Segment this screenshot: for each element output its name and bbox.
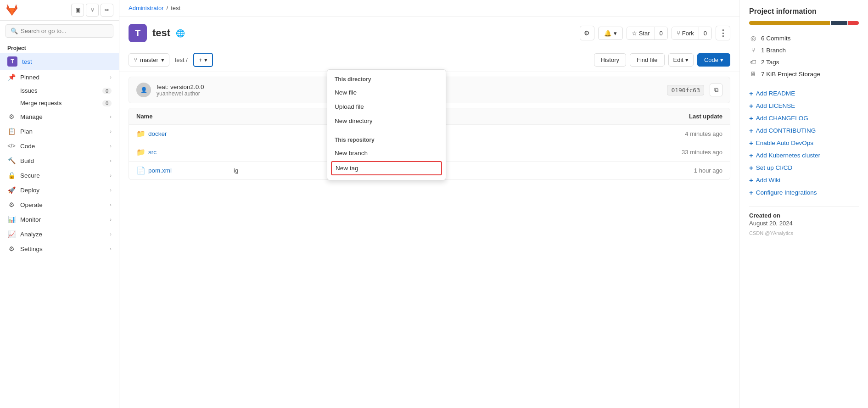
- breadcrumb-separator: /: [167, 5, 168, 11]
- sidebar-item-merge-requests[interactable]: Merge requests 0: [0, 97, 119, 109]
- breadcrumb-current: test: [171, 5, 180, 11]
- fork-icon: ⑂: [677, 30, 680, 37]
- add-changelog-label: Add CHANGELOG: [756, 115, 808, 122]
- add-kubernetes-link[interactable]: + Add Kubernetes cluster: [749, 149, 859, 162]
- breadcrumb: Administrator / test: [119, 0, 739, 17]
- more-options-btn[interactable]: ⋮: [716, 26, 730, 40]
- add-changelog-link[interactable]: + Add CHANGELOG: [749, 112, 859, 124]
- gitlab-logo-icon: [6, 4, 18, 17]
- chevron-right-icon: ›: [110, 173, 112, 178]
- sidebar-operate-label: Operate: [20, 201, 43, 208]
- search-placeholder: Search or go to...: [21, 28, 67, 34]
- history-btn[interactable]: History: [594, 53, 626, 67]
- sidebar-item-pinned[interactable]: 📌 Pinned ›: [0, 70, 119, 84]
- plus-icon: +: [749, 164, 753, 172]
- sidebar-item-issues[interactable]: Issues 0: [0, 84, 119, 97]
- edit-btn[interactable]: Edit ▾: [668, 53, 694, 67]
- add-contributing-link[interactable]: + Add CONTRIBUTING: [749, 124, 859, 137]
- add-wiki-link[interactable]: + Add Wiki: [749, 174, 859, 186]
- search-box[interactable]: 🔍 Search or go to...: [6, 24, 113, 38]
- plus-icon: +: [199, 56, 202, 63]
- chevron-right-icon: ›: [110, 143, 112, 149]
- created-info: Created on August 20, 2024 CSDN @YAnalyt…: [749, 206, 859, 236]
- fork-btn[interactable]: ⑂ Fork: [672, 27, 699, 39]
- merge-requests-label: Merge requests: [20, 100, 62, 106]
- language-bar: [749, 21, 859, 25]
- dropdown-new-directory[interactable]: New directory: [327, 114, 446, 128]
- plus-icon: +: [749, 151, 753, 159]
- sidebar-item-test[interactable]: T test: [0, 53, 119, 70]
- created-label: Created on: [749, 212, 859, 219]
- setup-cicd-link[interactable]: + Set up CI/CD: [749, 162, 859, 174]
- chevron-right-icon: ›: [110, 231, 112, 237]
- chevron-right-icon: ›: [110, 187, 112, 193]
- merge-request-icon-btn[interactable]: ⑂: [86, 4, 99, 17]
- add-license-link[interactable]: + Add LICENSE: [749, 100, 859, 112]
- sidebar-item-operate[interactable]: ⚙ Operate ›: [0, 197, 119, 212]
- deploy-icon: 🚀: [7, 186, 16, 194]
- sidebar-build-label: Build: [20, 157, 34, 164]
- sidebar-item-deploy[interactable]: 🚀 Deploy ›: [0, 183, 119, 197]
- code-btn[interactable]: Code ▾: [697, 53, 730, 67]
- sidebar-pinned-label: Pinned: [20, 74, 39, 81]
- dropdown-new-tag[interactable]: New tag: [331, 161, 442, 175]
- code-label: Code: [704, 56, 718, 63]
- plus-icon: +: [749, 127, 753, 134]
- chevron-right-icon: ›: [110, 158, 112, 163]
- sidebar-secure-label: Secure: [20, 172, 40, 179]
- sidebar: ▣ ⑂ ✏ 🔍 Search or go to... Project T tes…: [0, 0, 119, 408]
- chevron-right-icon: ›: [110, 129, 112, 134]
- sidebar-toggle-btn[interactable]: ▣: [71, 4, 84, 17]
- add-readme-link[interactable]: + Add README: [749, 87, 859, 100]
- add-new-btn[interactable]: + ▾: [193, 53, 213, 67]
- sidebar-icon-group: ▣ ⑂ ✏: [71, 4, 113, 17]
- enable-auto-devops-link[interactable]: + Enable Auto DevOps: [749, 137, 859, 149]
- commits-icon: ◎: [749, 34, 757, 42]
- file-name-pom-xml[interactable]: 📄 pom.xml: [136, 166, 228, 175]
- file-name-src[interactable]: 📁 src: [136, 148, 228, 156]
- sidebar-item-build[interactable]: 🔨 Build ›: [0, 153, 119, 168]
- sidebar-item-manage[interactable]: ⚙ Manage ›: [0, 109, 119, 124]
- stat-branches: ⑂ 1 Branch: [749, 44, 859, 56]
- main-content: Administrator / test T test 🌐 ⚙ 🔔 ▾ ☆ St…: [119, 0, 739, 408]
- add-kubernetes-label: Add Kubernetes cluster: [756, 152, 820, 159]
- branch-name: master: [140, 56, 158, 63]
- star-icon: ☆: [632, 30, 637, 37]
- commit-hash[interactable]: 0190fc63: [667, 85, 704, 95]
- folder-icon: 📁: [136, 148, 146, 156]
- file-time-src: 33 minutes ago: [682, 149, 722, 156]
- settings-gear-btn[interactable]: ⚙: [580, 26, 594, 40]
- sidebar-settings-label: Settings: [20, 246, 43, 252]
- add-new-dropdown: This directory New file Upload file New …: [327, 69, 446, 180]
- code-chevron-icon: ▾: [720, 56, 723, 63]
- xml-file-icon: 📄: [136, 166, 146, 175]
- sidebar-item-analyze[interactable]: 📈 Analyze ›: [0, 227, 119, 241]
- dropdown-new-file[interactable]: New file: [327, 85, 446, 100]
- setup-cicd-label: Set up CI/CD: [756, 164, 793, 171]
- stat-commits-text: 6 Commits: [761, 35, 791, 42]
- file-name-docker[interactable]: 📁 docker: [136, 129, 228, 138]
- sidebar-plan-label: Plan: [20, 128, 33, 135]
- find-file-btn[interactable]: Find file: [630, 53, 665, 67]
- sidebar-analyze-label: Analyze: [20, 231, 42, 238]
- dropdown-new-branch[interactable]: New branch: [327, 146, 446, 160]
- operate-icon: ⚙: [7, 201, 16, 209]
- sidebar-item-plan[interactable]: 📋 Plan ›: [0, 124, 119, 139]
- breadcrumb-parent[interactable]: Administrator: [129, 5, 164, 11]
- copy-hash-btn[interactable]: ⧉: [710, 84, 722, 96]
- sidebar-item-secure[interactable]: 🔒 Secure ›: [0, 168, 119, 183]
- sidebar-item-settings[interactable]: ⚙ Settings ›: [0, 241, 119, 256]
- notifications-btn[interactable]: 🔔 ▾: [598, 27, 623, 40]
- monitor-icon: 📊: [7, 215, 16, 224]
- configure-integrations-link[interactable]: + Configure Integrations: [749, 186, 859, 199]
- fork-count[interactable]: 0: [699, 27, 711, 39]
- star-btn[interactable]: ☆ Star: [627, 27, 655, 39]
- sidebar-deploy-label: Deploy: [20, 187, 39, 194]
- plus-icon: +: [749, 89, 753, 97]
- branch-selector[interactable]: ⑂ master ▾: [129, 53, 169, 67]
- sidebar-item-code[interactable]: </> Code ›: [0, 139, 119, 153]
- dropdown-upload-file[interactable]: Upload file: [327, 100, 446, 114]
- star-count[interactable]: 0: [655, 27, 667, 39]
- sidebar-item-monitor[interactable]: 📊 Monitor ›: [0, 212, 119, 227]
- edit-icon-btn[interactable]: ✏: [101, 4, 113, 17]
